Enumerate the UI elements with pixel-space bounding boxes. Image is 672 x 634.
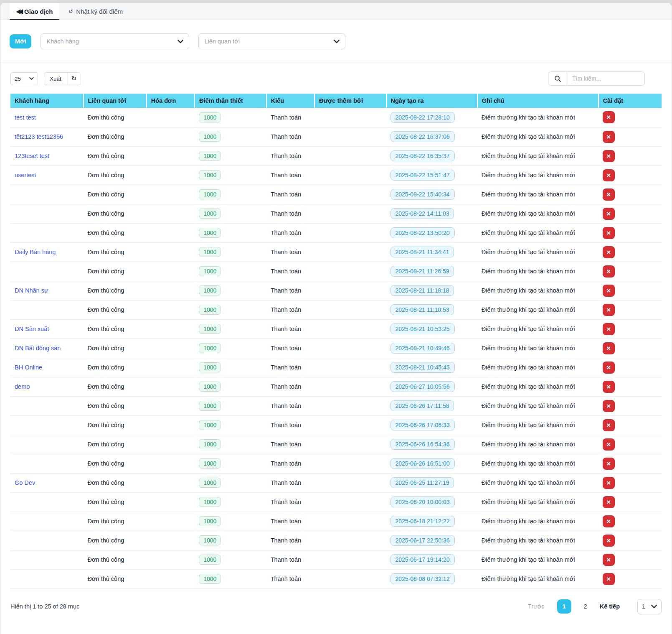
settings-cell: × — [598, 146, 662, 166]
delete-button[interactable]: × — [603, 419, 615, 431]
page-size-select[interactable]: 25 — [10, 72, 38, 85]
delete-button[interactable]: × — [603, 285, 615, 297]
customer-link[interactable]: usertest — [15, 172, 36, 178]
delete-button[interactable]: × — [603, 400, 615, 412]
delete-button[interactable]: × — [603, 188, 615, 201]
type-cell: Thanh toán — [266, 377, 314, 396]
settings-cell: × — [598, 204, 662, 223]
customer-link[interactable]: Daily Bán hàng — [15, 249, 56, 255]
added-by-cell — [314, 454, 386, 473]
delete-button[interactable]: × — [603, 477, 615, 489]
pagination-page-1[interactable]: 1 — [557, 599, 571, 614]
created-cell: 2025-06-26 17:11:58 — [386, 396, 477, 415]
table-row: Daily Bán hàng Đơn thủ công 1000 Thanh t… — [10, 242, 662, 262]
created-badge: 2025-06-26 17:06:33 — [391, 420, 455, 430]
added-by-cell — [314, 223, 386, 242]
delete-button[interactable]: × — [603, 573, 615, 585]
customer-link[interactable]: 123teset test — [15, 153, 49, 159]
points-badge: 1000 — [199, 535, 221, 545]
settings-cell: × — [598, 339, 662, 358]
customer-link[interactable]: DN Nhân sự — [15, 287, 48, 294]
points-cell: 1000 — [195, 262, 266, 281]
invoice-cell — [147, 550, 195, 569]
delete-button[interactable]: × — [603, 323, 615, 335]
customer-link[interactable]: Go Dev — [15, 479, 35, 486]
delete-button[interactable]: × — [603, 438, 615, 451]
added-by-cell — [314, 146, 386, 166]
points-cell: 1000 — [195, 569, 266, 588]
points-badge: 1000 — [199, 324, 221, 334]
customer-link[interactable]: DN Sản xuất — [15, 326, 49, 332]
pagination-page-2[interactable]: 2 — [584, 603, 587, 610]
added-by-cell — [314, 166, 386, 185]
note-cell: Điểm thưởng khi tạo tài khoản mới — [477, 108, 598, 127]
related-select[interactable]: Liên quan tới — [198, 33, 345, 49]
delete-button[interactable]: × — [603, 304, 615, 316]
delete-button[interactable]: × — [603, 208, 615, 220]
refresh-button[interactable]: ↻ — [67, 72, 81, 85]
created-badge: 2025-06-17 22:50:36 — [391, 535, 455, 546]
delete-button[interactable]: × — [603, 265, 615, 278]
delete-button[interactable]: × — [603, 169, 615, 181]
type-cell: Thanh toán — [266, 531, 314, 550]
header-khach-hang: Khách hàng — [10, 94, 84, 108]
customer-link[interactable]: DN Bất động sản — [15, 345, 61, 351]
delete-button[interactable]: × — [603, 458, 615, 470]
delete-button[interactable]: × — [603, 535, 615, 547]
points-cell: 1000 — [195, 435, 266, 454]
delete-button[interactable]: × — [603, 131, 615, 143]
chevron-down-icon — [334, 40, 340, 43]
delete-button[interactable]: × — [603, 496, 615, 508]
invoice-cell — [147, 396, 195, 415]
type-cell: Thanh toán — [266, 204, 314, 223]
delete-button[interactable]: × — [603, 246, 615, 258]
table-row: DN Sản xuất Đơn thủ công 1000 Thanh toán… — [10, 319, 662, 339]
customer-select[interactable]: Khách hàng — [41, 33, 189, 49]
search-input[interactable] — [567, 71, 645, 86]
close-icon: × — [606, 537, 611, 544]
customer-select-placeholder: Khách hàng — [46, 38, 79, 45]
transactions-card: ◀◀ Giao dịch ↺ Nhật ký đổi điểm Mới Khác… — [0, 3, 672, 634]
delete-button[interactable]: × — [603, 554, 615, 566]
created-badge: 2025-08-22 17:28:10 — [391, 112, 455, 123]
tab-giao-dich[interactable]: ◀◀ Giao dịch — [10, 3, 59, 20]
delete-button[interactable]: × — [603, 342, 615, 354]
customer-link[interactable]: test test — [15, 114, 36, 121]
note-cell: Điểm thưởng khi tạo tài khoản mới — [477, 319, 598, 339]
note-cell: Điểm thưởng khi tạo tài khoản mới — [477, 339, 598, 358]
new-button[interactable]: Mới — [10, 34, 31, 48]
customer-cell: DN Nhân sự — [10, 281, 84, 300]
delete-button[interactable]: × — [603, 515, 615, 527]
delete-button[interactable]: × — [603, 150, 615, 162]
created-badge: 2025-08-22 15:51:47 — [391, 170, 455, 181]
export-button[interactable]: Xuất — [44, 72, 67, 85]
type-cell: Thanh toán — [266, 454, 314, 473]
customer-link[interactable]: tết2123 test12356 — [15, 133, 63, 140]
close-icon: × — [606, 153, 611, 160]
delete-button[interactable]: × — [603, 381, 615, 393]
tab-nhat-ky-doi-diem[interactable]: ↺ Nhật ký đổi điểm — [68, 3, 129, 20]
pagination-next[interactable]: Kế tiếp — [600, 603, 620, 610]
points-cell: 1000 — [195, 146, 266, 166]
created-cell: 2025-06-26 16:54:36 — [386, 435, 477, 454]
customer-link[interactable]: BH Online — [15, 364, 42, 371]
points-badge: 1000 — [199, 458, 221, 468]
created-badge: 2025-08-21 10:45:45 — [391, 362, 455, 373]
page-jump-select[interactable]: 1 — [637, 599, 662, 614]
invoice-cell — [147, 185, 195, 204]
points-cell: 1000 — [195, 185, 266, 204]
delete-button[interactable]: × — [603, 227, 615, 239]
table-row: Đơn thủ công 1000 Thanh toán 2025-06-26 … — [10, 454, 662, 473]
note-cell: Điểm thưởng khi tạo tài khoản mới — [477, 435, 598, 454]
added-by-cell — [314, 435, 386, 454]
invoice-cell — [147, 262, 195, 281]
added-by-cell — [314, 185, 386, 204]
created-badge: 2025-06-26 17:11:58 — [391, 400, 454, 411]
pagination-prev[interactable]: Trước — [528, 603, 545, 610]
customer-link[interactable]: demo — [15, 383, 30, 390]
type-cell: Thanh toán — [266, 185, 314, 204]
delete-button[interactable]: × — [603, 111, 615, 123]
created-badge: 2025-06-08 07:32:12 — [391, 573, 455, 584]
created-cell: 2025-08-22 13:50:20 — [386, 223, 477, 242]
delete-button[interactable]: × — [603, 362, 615, 374]
